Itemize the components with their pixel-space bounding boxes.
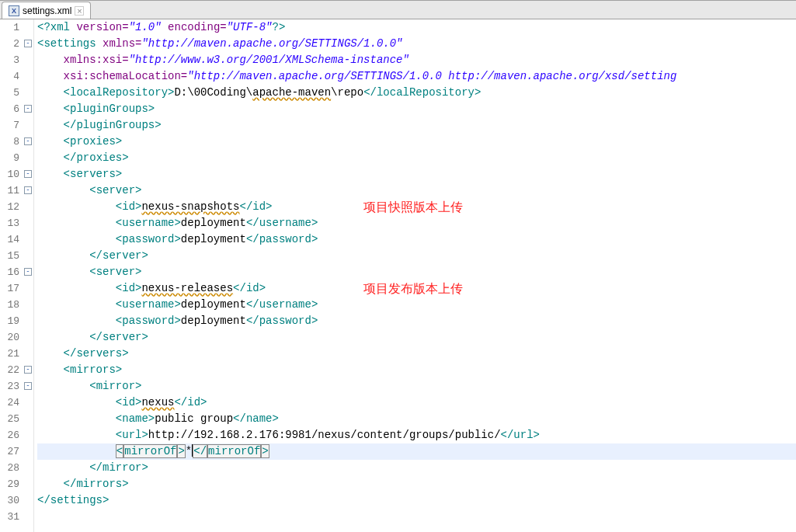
code-line[interactable]: </server>: [37, 329, 796, 346]
tab-bar: X settings.xml ×: [0, 1, 796, 19]
line-number: 10-: [0, 166, 19, 183]
code-editor[interactable]: 1 2- 3 4 5 6- 7 8- 9 10- 11- 12 13 14 15…: [0, 19, 796, 532]
line-number: 22-: [0, 362, 19, 378]
line-number: 9: [0, 150, 19, 166]
code-line[interactable]: <localRepository>D:\00Coding\apache-mave…: [37, 85, 796, 101]
line-number: 16-: [0, 264, 19, 280]
annotation-snapshot: 项目快照版本上传: [363, 199, 463, 215]
code-line[interactable]: <id>nexus</id>: [37, 395, 796, 411]
code-line[interactable]: </mirrors>: [37, 476, 796, 492]
line-number: 27: [0, 443, 19, 460]
annotation-release: 项目发布版本上传: [363, 280, 463, 297]
fold-strip: [21, 19, 33, 532]
code-line[interactable]: <server>: [37, 183, 796, 199]
line-number: 26: [0, 427, 19, 443]
line-number: 24: [0, 395, 19, 411]
line-number: 13: [0, 215, 19, 231]
line-number: 17: [0, 280, 19, 297]
line-number: 12: [0, 199, 19, 215]
line-number: 31: [0, 509, 19, 525]
code-line[interactable]: <id>nexus-releases</id>项目发布版本上传: [37, 280, 796, 297]
code-line[interactable]: <password>deployment</password>: [37, 313, 796, 329]
line-number: 6-: [0, 101, 19, 117]
code-line[interactable]: <id>nexus-snapshots</id>项目快照版本上传: [37, 199, 796, 215]
code-line[interactable]: <mirror>: [37, 378, 796, 395]
code-line[interactable]: </pluginGroups>: [37, 117, 796, 134]
code-line[interactable]: <settings xmlns="http://maven.apache.org…: [37, 36, 796, 52]
code-line[interactable]: </proxies>: [37, 150, 796, 166]
code-line[interactable]: <username>deployment</username>: [37, 297, 796, 313]
fold-toggle[interactable]: -: [24, 40, 32, 47]
line-number: 7: [0, 117, 19, 134]
fold-toggle[interactable]: -: [24, 382, 32, 390]
code-line[interactable]: <password>deployment</password>: [37, 231, 796, 248]
line-number: 14: [0, 231, 19, 248]
line-number: 3: [0, 52, 19, 68]
code-line[interactable]: <mirrors>: [37, 362, 796, 378]
tab-settings-xml[interactable]: X settings.xml ×: [2, 2, 91, 19]
line-number: 4: [0, 68, 19, 85]
code-line[interactable]: [37, 509, 796, 525]
line-number: 1: [0, 19, 19, 36]
code-line[interactable]: <server>: [37, 264, 796, 280]
code-line[interactable]: </server>: [37, 248, 796, 264]
code-line[interactable]: xmlns:xsi="http://www.w3.org/2001/XMLSch…: [37, 52, 796, 68]
line-number: 8-: [0, 134, 19, 150]
line-number: 30: [0, 492, 19, 509]
fold-toggle[interactable]: -: [24, 170, 32, 178]
code-line[interactable]: <url>http://192.168.2.176:9981/nexus/con…: [37, 427, 796, 443]
line-number-gutter: 1 2- 3 4 5 6- 7 8- 9 10- 11- 12 13 14 15…: [0, 19, 34, 532]
line-number: 15: [0, 248, 19, 264]
code-line[interactable]: <servers>: [37, 166, 796, 183]
line-number: 28: [0, 460, 19, 476]
code-line[interactable]: <?xml version="1.0" encoding="UTF-8"?>: [37, 19, 796, 36]
line-number: 18: [0, 297, 19, 313]
line-number: 2-: [0, 36, 19, 52]
fold-toggle[interactable]: -: [24, 137, 32, 145]
code-area[interactable]: <?xml version="1.0" encoding="UTF-8"?> <…: [34, 19, 796, 532]
code-line[interactable]: <pluginGroups>: [37, 101, 796, 117]
fold-toggle[interactable]: -: [24, 268, 32, 276]
code-line[interactable]: </mirror>: [37, 460, 796, 476]
xml-file-icon: X: [9, 5, 19, 16]
code-line[interactable]: xsi:schemaLocation="http://maven.apache.…: [37, 68, 796, 85]
close-icon[interactable]: ×: [75, 6, 84, 16]
tab-title: settings.xml: [23, 5, 71, 16]
fold-toggle[interactable]: -: [24, 105, 32, 113]
code-line[interactable]: </settings>: [37, 492, 796, 509]
line-number: 5: [0, 85, 19, 101]
line-number: 23-: [0, 378, 19, 395]
code-line-active[interactable]: <mirrorOf>*</mirrorOf>: [37, 443, 796, 460]
line-number: 11-: [0, 183, 19, 199]
line-number: 20: [0, 329, 19, 346]
code-line[interactable]: </servers>: [37, 346, 796, 362]
line-number: 25: [0, 411, 19, 427]
code-line[interactable]: <proxies>: [37, 134, 796, 150]
line-number: 19: [0, 313, 19, 329]
line-number: 29: [0, 476, 19, 492]
fold-toggle[interactable]: -: [24, 366, 32, 374]
code-line[interactable]: <username>deployment</username>: [37, 215, 796, 231]
code-line[interactable]: <name>public group</name>: [37, 411, 796, 427]
line-number: 21: [0, 346, 19, 362]
fold-toggle[interactable]: -: [24, 186, 32, 194]
